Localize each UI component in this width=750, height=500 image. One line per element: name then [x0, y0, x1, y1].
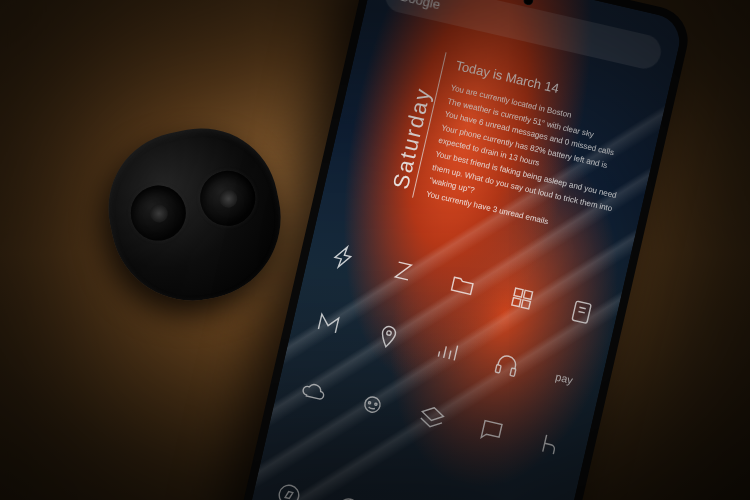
note-icon[interactable]: [561, 292, 602, 333]
grid-icon[interactable]: [502, 278, 543, 319]
svg-rect-4: [521, 300, 530, 309]
pay-icon[interactable]: pay: [546, 358, 587, 399]
smartphone: Google Saturday Today is March 14 You ar…: [236, 0, 695, 500]
pin-icon[interactable]: [368, 317, 409, 358]
headphones-icon[interactable]: [487, 344, 528, 385]
svg-rect-2: [523, 290, 532, 299]
earbud-left: [126, 180, 191, 245]
mic-icon[interactable]: [645, 45, 648, 60]
svg-point-12: [375, 403, 378, 406]
phone-screen[interactable]: Google Saturday Today is March 14 You ar…: [245, 0, 685, 500]
svg-point-10: [363, 395, 381, 413]
search-label: Google: [398, 0, 442, 12]
dock-row: [269, 475, 548, 500]
svg-rect-3: [512, 298, 521, 307]
svg-rect-8: [510, 368, 516, 376]
info-widget: Saturday Today is March 14 You are curre…: [379, 44, 651, 245]
bars-icon[interactable]: [427, 331, 468, 372]
layers-icon[interactable]: [412, 397, 453, 438]
z-icon[interactable]: [383, 251, 424, 292]
lightning-icon[interactable]: [323, 237, 364, 278]
svg-point-6: [386, 330, 391, 335]
folder-icon[interactable]: [442, 264, 483, 305]
earbuds-case: [94, 114, 296, 316]
svg-rect-7: [495, 365, 501, 373]
chrome-icon[interactable]: [328, 488, 369, 500]
hulu-icon[interactable]: [531, 424, 572, 465]
earbud-right: [195, 166, 260, 231]
cloud-icon[interactable]: [293, 369, 334, 410]
svg-text:pay: pay: [554, 370, 574, 386]
m-icon[interactable]: [308, 303, 349, 344]
reddit-icon[interactable]: [352, 383, 393, 424]
chat-icon[interactable]: [471, 411, 512, 452]
camera-hole: [522, 0, 534, 6]
svg-point-11: [368, 402, 371, 405]
compass-icon[interactable]: [269, 475, 310, 500]
info-lines: Today is March 14 You are currently loca…: [413, 52, 651, 245]
svg-rect-1: [514, 288, 523, 297]
